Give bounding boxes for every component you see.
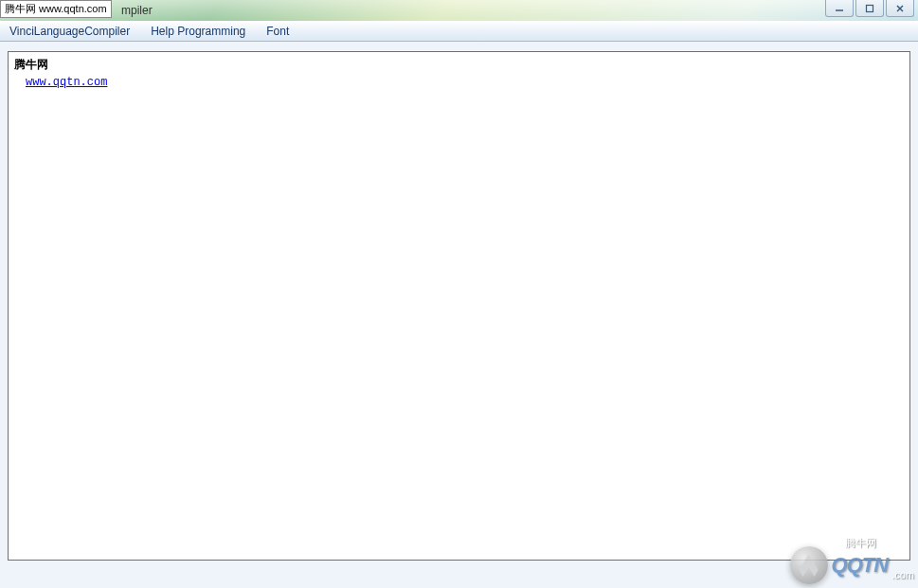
menu-help-programming[interactable]: Help Programming	[147, 23, 249, 40]
maximize-icon	[865, 4, 874, 13]
window-controls	[825, 0, 914, 17]
svg-rect-1	[867, 5, 873, 11]
close-icon	[895, 4, 905, 13]
watermark-logo-icon	[790, 546, 828, 584]
watermark-label: 腾牛网	[845, 536, 876, 550]
menu-vincilanguagecompiler[interactable]: VinciLanguageCompiler	[6, 23, 134, 40]
client-area: 腾牛网 www.qqtn.com	[0, 42, 918, 588]
maximize-button[interactable]	[855, 0, 884, 17]
close-button[interactable]	[886, 0, 914, 17]
watermark-brand: QQTN	[832, 553, 889, 578]
app-window: 腾牛网 www.qqtn.com mpiler VinciLanguageCom…	[0, 0, 918, 588]
minimize-icon	[835, 4, 844, 13]
titlebar-overlay-label: 腾牛网 www.qqtn.com	[0, 0, 112, 18]
watermark: 腾牛网 QQTN .com	[790, 546, 914, 584]
content-link[interactable]: www.qqtn.com	[26, 76, 107, 89]
watermark-suffix: .com	[891, 569, 914, 580]
titlebar[interactable]: 腾牛网 www.qqtn.com mpiler	[0, 0, 918, 21]
content-box[interactable]: 腾牛网 www.qqtn.com	[8, 51, 910, 561]
menu-font[interactable]: Font	[262, 23, 293, 40]
minimize-button[interactable]	[825, 0, 854, 17]
menubar: VinciLanguageCompiler Help Programming F…	[0, 21, 918, 42]
window-title: mpiler	[121, 4, 153, 17]
content-heading: 腾牛网	[14, 56, 904, 73]
